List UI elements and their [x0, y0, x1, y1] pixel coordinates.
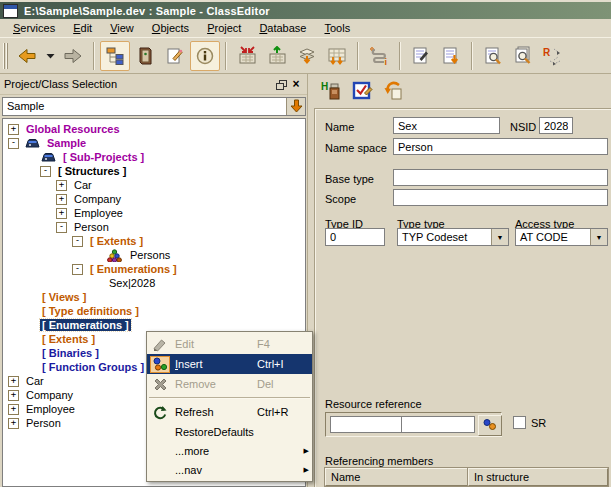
access-type-value: AT CODE: [516, 229, 590, 245]
toolbar-grip[interactable]: [3, 43, 8, 69]
menu-services[interactable]: Services: [4, 20, 64, 36]
back-history-dropdown-icon: [46, 53, 55, 59]
menu-database[interactable]: Database: [250, 20, 315, 36]
project-combobox-dropdown[interactable]: [286, 98, 305, 115]
expander-icon[interactable]: +: [56, 208, 67, 219]
tree-item-sex-2028[interactable]: Sex|2028: [3, 276, 305, 290]
sr-checkbox[interactable]: [513, 416, 526, 429]
menu-project[interactable]: Project: [198, 20, 250, 36]
tree-item-employee[interactable]: +Employee: [3, 206, 305, 220]
column-header-name[interactable]: Name: [325, 468, 468, 486]
save-document-button[interactable]: [436, 41, 466, 71]
context-menu-refresh[interactable]: Refresh Ctrl+R: [147, 402, 312, 422]
import-icon: [237, 46, 257, 66]
close-panel-button[interactable]: ×: [289, 78, 303, 91]
nsid-input[interactable]: [539, 117, 573, 134]
refresh-icon: [150, 404, 170, 421]
resource-reference-browse-button[interactable]: [478, 415, 502, 436]
tree-item-global-resources[interactable]: +Global Resources: [3, 122, 305, 136]
access-type-dropdown[interactable]: AT CODE ▼: [515, 228, 608, 246]
expander-icon[interactable]: +: [56, 180, 67, 191]
edit-document-button[interactable]: [406, 41, 436, 71]
context-menu-restore-defaults[interactable]: RestoreDefaults: [147, 422, 312, 441]
find-document-button[interactable]: [478, 41, 508, 71]
menu-tools[interactable]: Tools: [315, 20, 359, 36]
expander-icon[interactable]: +: [8, 404, 19, 415]
apply-button[interactable]: [350, 79, 376, 105]
forward-button[interactable]: [58, 41, 88, 71]
type-type-dropdown[interactable]: TYP Codeset ▼: [397, 228, 509, 246]
history-button[interactable]: H: [319, 79, 345, 105]
type-id-input[interactable]: [325, 228, 385, 246]
context-menu-edit[interactable]: Edit F4: [147, 334, 312, 354]
tree-item-sample[interactable]: -Sample: [3, 136, 305, 150]
main-toolbar: i R: [0, 37, 611, 74]
import-button[interactable]: [232, 41, 262, 71]
export-button[interactable]: [262, 41, 292, 71]
edit-object-icon: [165, 46, 185, 66]
back-history-dropdown[interactable]: [42, 41, 58, 71]
insert-grid-icon: [327, 46, 347, 66]
resource-reference-fields[interactable]: [330, 416, 475, 433]
toolbar-separator: [93, 42, 95, 70]
tree-item-company[interactable]: +Company: [3, 192, 305, 206]
object-info-icon: [195, 46, 215, 66]
base-type-input[interactable]: [393, 169, 608, 186]
script-info-icon: i: [368, 46, 390, 66]
tree-item-persons[interactable]: Persons: [3, 248, 305, 262]
tree-item-person[interactable]: -Person: [3, 220, 305, 234]
menu-objects[interactable]: Objects: [143, 20, 198, 36]
edit-object-button[interactable]: [160, 41, 190, 71]
expander-icon[interactable]: +: [8, 418, 19, 429]
column-header-in-structure[interactable]: In structure: [468, 468, 608, 486]
insert-grid-button[interactable]: [322, 41, 352, 71]
find-references-button[interactable]: [508, 41, 538, 71]
menu-view[interactable]: View: [101, 20, 143, 36]
expander-icon[interactable]: +: [8, 376, 19, 387]
object-info-button[interactable]: [190, 41, 220, 71]
script-info-button[interactable]: i: [364, 41, 394, 71]
generate-icon: [297, 46, 317, 66]
expander-icon[interactable]: +: [56, 194, 67, 205]
app-icon[interactable]: [3, 4, 18, 18]
tree-item-enumerations-selected[interactable]: [ Enumerations ]: [3, 318, 305, 332]
tree-item-structures[interactable]: -[ Structures ]: [3, 164, 305, 178]
tree-item-type-definitions[interactable]: [ Type definitions ]: [3, 304, 305, 318]
expander-icon[interactable]: +: [8, 390, 19, 401]
class-tree-button[interactable]: [100, 41, 130, 71]
type-type-value: TYP Codeset: [398, 229, 491, 245]
tree-item-extents[interactable]: -[ Extents ]: [3, 234, 305, 248]
menu-edit[interactable]: Edit: [64, 20, 101, 36]
field-divider: [401, 417, 402, 432]
tree-item-enumerations-person[interactable]: -[ Enumerations ]: [3, 262, 305, 276]
tree-item-car[interactable]: +Car: [3, 178, 305, 192]
expander-icon[interactable]: -: [72, 236, 83, 247]
expander-icon[interactable]: -: [40, 166, 51, 177]
project-icon: [40, 151, 57, 164]
back-button[interactable]: [12, 41, 42, 71]
tree-item-views[interactable]: [ Views ]: [3, 290, 305, 304]
r-references-button[interactable]: R: [538, 41, 568, 71]
namespace-input[interactable]: [393, 138, 608, 155]
revert-button[interactable]: [381, 79, 407, 105]
expander-icon[interactable]: -: [8, 138, 19, 149]
generate-button[interactable]: [292, 41, 322, 71]
close-icon: ×: [292, 79, 299, 89]
title-bar[interactable]: E:\Sample\Sample.dev : Sample - ClassEdi…: [0, 0, 611, 19]
class-tree-icon: [105, 46, 125, 66]
object-book-button[interactable]: [130, 41, 160, 71]
float-panel-button[interactable]: [273, 78, 287, 91]
dropdown-arrow-icon[interactable]: ▼: [491, 229, 508, 245]
expander-icon[interactable]: +: [8, 124, 19, 135]
context-menu-more[interactable]: ...more ▶: [147, 441, 312, 460]
dropdown-arrow-icon[interactable]: ▼: [590, 229, 607, 245]
context-menu-insert[interactable]: Insert Ctrl+I: [147, 354, 312, 374]
context-menu-remove[interactable]: Remove Del: [147, 374, 312, 394]
expander-icon[interactable]: -: [56, 222, 67, 233]
tree-item-sub-projects[interactable]: [ Sub-Projects ]: [3, 150, 305, 164]
name-input[interactable]: [393, 117, 500, 134]
scope-input[interactable]: [393, 189, 608, 206]
context-menu-nav[interactable]: ...nav ▶: [147, 460, 312, 479]
project-combobox[interactable]: Sample: [2, 97, 306, 116]
expander-icon[interactable]: -: [72, 264, 83, 275]
